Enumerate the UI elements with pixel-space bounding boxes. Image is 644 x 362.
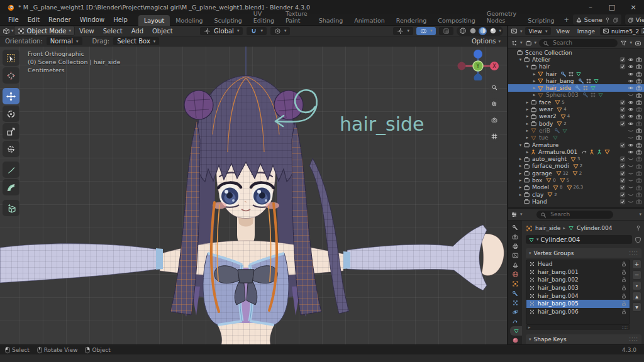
drag-setting-dropdown[interactable]: Select Box▾	[113, 37, 159, 45]
viewport-menu-select[interactable]: Select	[99, 28, 127, 35]
properties-tab-physics[interactable]	[508, 307, 522, 317]
properties-tab-view-layer[interactable]	[508, 251, 522, 260]
workspace-tab-texture-paint[interactable]: Texture Paint	[280, 8, 313, 26]
outliner-row-tue[interactable]: ▸ tue	[508, 134, 644, 141]
properties-options-icon[interactable]: ▾	[639, 212, 641, 217]
maximize-button[interactable]: □	[601, 0, 623, 14]
orientation-setting-dropdown[interactable]: Normal▾	[47, 37, 82, 45]
tool-transform-button[interactable]	[3, 141, 19, 157]
proportional-edit-dropdown[interactable]: ▾	[270, 27, 291, 35]
gizmo-toggle[interactable]: ▾	[393, 27, 413, 35]
move-group-down-button[interactable]: ▼	[632, 302, 641, 312]
vertex-group-row[interactable]: hair_bang.004	[526, 292, 630, 300]
new-collection-button[interactable]	[635, 39, 641, 47]
pin-icon[interactable]	[635, 225, 641, 232]
outliner-row-atelier[interactable]: ▾ Atelier	[508, 56, 644, 63]
outliner-row-box[interactable]: ▸ box05	[508, 177, 644, 184]
outliner-row-hair-side[interactable]: ▸ hair_side	[508, 84, 644, 91]
workspace-tab-compositing[interactable]: Compositing	[432, 15, 481, 26]
image-editor-icon[interactable]	[511, 28, 518, 35]
image-menu-view[interactable]: View	[553, 28, 572, 35]
shape-keys-panel-header[interactable]: ▾ Shape Keys ::::	[526, 334, 641, 344]
editor-type-button[interactable]: ▾	[3, 27, 14, 35]
breadcrumb-data[interactable]: Cylinder.004	[577, 225, 612, 231]
workspace-tab-layout[interactable]: Layout	[138, 15, 170, 26]
tool-move-button[interactable]	[3, 88, 19, 104]
perspective-toggle-button[interactable]	[489, 131, 500, 142]
outliner-row-auto-weight[interactable]: ▸ auto_weight3	[508, 155, 644, 162]
properties-tab-scene[interactable]	[508, 260, 522, 270]
properties-tab-object[interactable]	[508, 279, 522, 288]
workspace-tab-scripting[interactable]: Scripting	[522, 15, 560, 26]
shading-wireframe-button[interactable]	[458, 27, 467, 35]
fake-user-icon[interactable]	[635, 236, 641, 243]
shading-rendered-button[interactable]	[489, 27, 497, 35]
image-datablock-field[interactable]: nuime5_2 2 ×	[600, 27, 644, 35]
gizmo-x-neg-axis[interactable]	[458, 62, 466, 70]
tool-select-box-button[interactable]	[3, 50, 19, 66]
properties-search[interactable]	[536, 211, 613, 219]
navigation-gizmo[interactable]: X Y	[454, 49, 502, 80]
close-button[interactable]: ×	[623, 0, 644, 14]
vertex-groups-panel-header[interactable]: ▾ Vertex Groups ::::	[526, 248, 641, 258]
vertex-group-row[interactable]: Head	[526, 260, 630, 268]
menu-edit[interactable]: Edit	[23, 15, 44, 25]
outliner-row-wear2[interactable]: ▸ wear24	[508, 113, 644, 120]
outliner-search-input[interactable]	[552, 39, 614, 47]
tool-rotate-button[interactable]	[3, 106, 19, 122]
outliner-row-face[interactable]: ▸ face5	[508, 99, 644, 106]
vertex-group-row[interactable]: hair_bang.002	[526, 276, 630, 284]
properties-tab-tool[interactable]	[508, 222, 522, 232]
properties-tab-world[interactable]	[508, 270, 522, 279]
outliner-row-sphere-003[interactable]: ▸ Sphere.003	[508, 92, 644, 99]
menu-help[interactable]: Help	[109, 15, 132, 25]
remove-vertex-group-button[interactable]: −	[632, 270, 641, 280]
outliner-row-garage[interactable]: ▸ garage322	[508, 170, 644, 177]
overlays-toggle[interactable]: ▾	[416, 27, 436, 35]
xray-toggle[interactable]	[439, 27, 453, 35]
outliner-row-clay[interactable]: ▸ clay2	[508, 191, 644, 198]
zoom-button[interactable]	[489, 82, 500, 93]
properties-tab-data[interactable]	[510, 326, 522, 336]
properties-search-input[interactable]	[549, 211, 609, 218]
outliner-row-hand[interactable]: Hand	[508, 198, 644, 205]
properties-tab-output[interactable]	[508, 241, 522, 251]
filter-icon[interactable]	[620, 39, 627, 47]
outliner-row-erib[interactable]: ▸ eriB	[508, 127, 644, 134]
properties-tab-particles[interactable]	[508, 298, 522, 307]
outliner-row-hair[interactable]: ▸ hair	[508, 70, 644, 77]
outliner-row-furface-modi[interactable]: ▸ furface_modi2	[508, 163, 644, 170]
workspace-tab-geometry-nodes[interactable]: Geometry Nodes	[481, 8, 522, 26]
scene-selector[interactable]: Scene	[573, 14, 621, 25]
copy-icon[interactable]	[613, 16, 619, 23]
snap-dropdown[interactable]: ▾	[247, 27, 267, 35]
vertex-group-row[interactable]: hair_bang.005	[526, 300, 630, 308]
shading-material-button[interactable]	[479, 27, 487, 35]
camera-view-button[interactable]	[489, 114, 500, 126]
vertex-group-row[interactable]: hair_bang.003	[526, 284, 630, 292]
outliner-row-body[interactable]: ▸ body2	[508, 120, 644, 127]
outliner-row-armature[interactable]: ▾ Armature	[508, 141, 644, 148]
mesh-datablock-field[interactable]: ▾ Cylinder.004	[526, 235, 632, 244]
3d-viewport[interactable]: hair_side Front Orthographic (0) Scene C…	[0, 47, 507, 344]
image-menu-image[interactable]: Image	[575, 28, 597, 35]
move-group-up-button[interactable]: ▲	[632, 292, 641, 301]
image-view-mode-dropdown[interactable]: View▾	[525, 27, 552, 35]
pan-button[interactable]	[489, 98, 500, 109]
outliner-row-armature-001[interactable]: ▸ Armature.001	[508, 148, 644, 155]
properties-tab-material[interactable]	[508, 336, 522, 345]
vertex-group-specials-button[interactable]: ▾	[632, 281, 641, 290]
workspace-tab-animation[interactable]: Animation	[348, 15, 390, 26]
add-vertex-group-button[interactable]: +	[632, 260, 641, 269]
outliner-row-model[interactable]: ▸ Model826.3	[508, 184, 644, 191]
tool-scale-button[interactable]	[3, 123, 19, 140]
menu-window[interactable]: Window	[75, 15, 109, 25]
shading-solid-button[interactable]	[469, 27, 477, 35]
menu-file[interactable]: File	[4, 15, 23, 25]
properties-tab-render[interactable]	[508, 232, 522, 241]
pin-icon[interactable]	[604, 16, 611, 23]
properties-tab-modifiers[interactable]	[508, 288, 522, 298]
vertex-group-row[interactable]: hair_bang.006	[526, 308, 630, 316]
tool-annotate-button[interactable]	[3, 162, 19, 178]
vertex-group-row[interactable]: hair_bang.001	[526, 268, 630, 277]
